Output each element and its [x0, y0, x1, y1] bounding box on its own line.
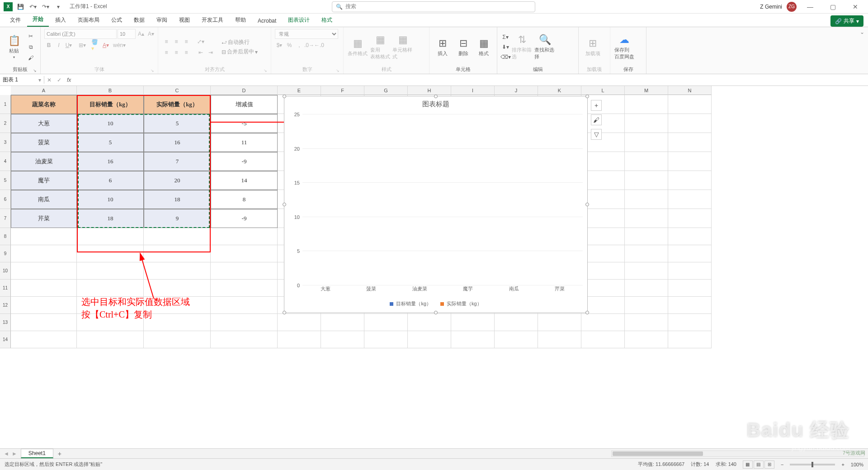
cell[interactable]: -5 [211, 114, 278, 133]
fill-color-button[interactable]: 🪣▾ [91, 41, 100, 50]
row-header-8[interactable]: 8 [0, 228, 11, 245]
sheet-prev-button[interactable]: ◄ [4, 451, 9, 457]
cell[interactable] [625, 245, 668, 262]
cell[interactable]: 18 [77, 209, 144, 228]
row-header-4[interactable]: 4 [0, 152, 11, 171]
cell[interactable] [11, 297, 77, 314]
increase-indent-button[interactable]: ⇥ [206, 48, 215, 57]
align-center-button[interactable]: ≡ [172, 48, 181, 57]
sheet-next-button[interactable]: ► [12, 451, 17, 457]
cell[interactable]: 5 [144, 114, 211, 133]
cell[interactable]: 10 [77, 114, 144, 133]
column-header-J[interactable]: J [495, 86, 538, 95]
cell[interactable] [581, 228, 625, 245]
increase-decimal-button[interactable]: .0→ [305, 41, 314, 50]
cell[interactable] [625, 228, 668, 245]
row-header-10[interactable]: 10 [0, 262, 11, 280]
cell[interactable]: -9 [211, 152, 278, 171]
minimize-button[interactable]: — [801, 0, 819, 13]
cell[interactable]: 目标销量（kg） [77, 95, 144, 114]
cell[interactable] [625, 262, 668, 280]
cell[interactable] [625, 171, 668, 190]
tab-developer[interactable]: 开发工具 [196, 14, 229, 27]
sheet-tab-1[interactable]: Sheet1 [21, 449, 53, 458]
clipboard-launcher[interactable]: ↘ [33, 68, 37, 73]
number-launcher[interactable]: ↘ [336, 68, 340, 73]
row-header-3[interactable]: 3 [0, 133, 11, 152]
tab-formulas[interactable]: 公式 [106, 14, 127, 27]
cell[interactable] [11, 314, 77, 331]
cell[interactable] [668, 228, 712, 245]
cell[interactable]: 18 [144, 190, 211, 209]
tab-acrobat[interactable]: Acrobat [252, 15, 282, 27]
cell[interactable] [495, 314, 538, 331]
qat-redo-button[interactable]: ↷▾ [41, 2, 51, 12]
column-header-B[interactable]: B [77, 86, 144, 95]
cell[interactable] [211, 228, 278, 245]
cell[interactable] [581, 171, 625, 190]
zoom-out-button[interactable]: − [781, 462, 783, 467]
cell[interactable] [321, 314, 364, 331]
align-top-button[interactable]: ≡ [162, 37, 171, 46]
cell[interactable] [625, 114, 668, 133]
tab-page-layout[interactable]: 页面布局 [72, 14, 105, 27]
cell[interactable]: 增减值 [211, 95, 278, 114]
decrease-decimal-button[interactable]: ←.0 [315, 41, 324, 50]
cancel-formula-button[interactable]: ✕ [44, 77, 54, 83]
cell[interactable]: 魔芋 [11, 171, 77, 190]
row-header-1[interactable]: 1 [0, 95, 11, 114]
cell[interactable] [211, 331, 278, 348]
align-middle-button[interactable]: ≡ [172, 37, 181, 46]
cell[interactable] [668, 133, 712, 152]
tab-file[interactable]: 文件 [5, 14, 26, 27]
tab-insert[interactable]: 插入 [50, 14, 71, 27]
zoom-slider[interactable] [790, 464, 835, 465]
cell[interactable] [581, 114, 625, 133]
cell[interactable] [77, 228, 144, 245]
horizontal-scrollbar[interactable] [611, 451, 864, 457]
cell[interactable] [625, 133, 668, 152]
fill-button[interactable]: ⬇▾ [501, 43, 510, 52]
baidu-save-button[interactable]: ☁保存到 百度网盘 [614, 31, 635, 63]
qat-customize-button[interactable]: ▾ [53, 2, 63, 12]
cell-styles-button[interactable]: ▦单元格样式 [392, 31, 413, 63]
user-avatar[interactable]: ZG [787, 2, 797, 12]
cell[interactable]: 实际销量（kg） [144, 95, 211, 114]
cell[interactable]: 南瓜 [11, 190, 77, 209]
copy-button[interactable]: ⧉ [26, 43, 35, 52]
cell[interactable] [211, 245, 278, 262]
legend-item[interactable]: 实际销量（kg） [440, 300, 482, 307]
underline-button[interactable]: U▾ [64, 41, 73, 50]
chart-object[interactable]: + 🖌 ▽ 图表标题 0510152025 大葱菠菜油麦菜魔芋南瓜芹菜 目标销量… [284, 96, 588, 313]
comma-button[interactable]: , [295, 41, 304, 50]
qat-undo-button[interactable]: ↶▾ [28, 2, 38, 12]
cell[interactable] [668, 114, 712, 133]
cell[interactable] [581, 245, 625, 262]
cell[interactable] [408, 331, 451, 348]
legend-item[interactable]: 目标销量（kg） [390, 300, 431, 307]
cell[interactable] [211, 262, 278, 280]
column-header-C[interactable]: C [144, 86, 211, 95]
cell[interactable] [668, 209, 712, 228]
cell[interactable] [668, 171, 712, 190]
tab-data[interactable]: 数据 [128, 14, 150, 27]
row-header-2[interactable]: 2 [0, 114, 11, 133]
user-name[interactable]: Z Gemini [760, 4, 782, 10]
maximize-button[interactable]: ▢ [824, 0, 842, 13]
tab-chart-design[interactable]: 图表设计 [283, 14, 315, 27]
enter-formula-button[interactable]: ✓ [54, 77, 64, 83]
cell[interactable]: 8 [211, 190, 278, 209]
tab-review[interactable]: 审阅 [151, 14, 173, 27]
sort-filter-button[interactable]: ⇅排序和筛选 [512, 31, 533, 63]
cell[interactable] [77, 297, 144, 314]
qat-save-button[interactable]: 💾 [15, 2, 25, 12]
find-select-button[interactable]: 🔍查找和选择 [534, 31, 555, 63]
format-cells-button[interactable]: ▦格式 [474, 31, 493, 63]
cell[interactable] [11, 331, 77, 348]
cell[interactable] [625, 314, 668, 331]
cell[interactable]: 16 [77, 152, 144, 171]
cell[interactable] [11, 280, 77, 297]
conditional-format-button[interactable]: ▦条件格式 [347, 31, 368, 63]
column-header-F[interactable]: F [321, 86, 364, 95]
cell[interactable] [211, 297, 278, 314]
